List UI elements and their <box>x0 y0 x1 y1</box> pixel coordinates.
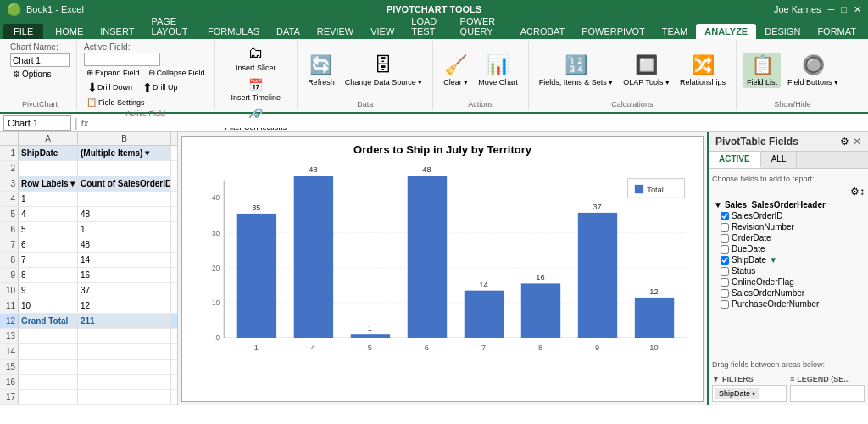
cell-a1[interactable]: ShipDate <box>19 146 78 160</box>
field-item-orderdate[interactable]: OrderDate <box>719 232 865 243</box>
field-buttons-button[interactable]: 🔘 Field Buttons ▾ <box>784 53 842 89</box>
table-row: 9 8 16 <box>0 268 177 283</box>
legend-drop-zone[interactable] <box>790 385 865 402</box>
cell-b6: 1 <box>78 222 171 237</box>
field-item-purchaseordernumber[interactable]: PurchaseOrderNumber <box>719 298 865 310</box>
tab-design[interactable]: DESIGN <box>756 24 809 39</box>
shipdate-filter-tag[interactable]: ShipDate ▾ <box>715 388 760 399</box>
chart-container[interactable]: Orders to Ship in July by Territory 0 10… <box>181 136 704 402</box>
cell-a11[interactable]: 10 <box>19 298 78 313</box>
formula-input[interactable] <box>92 118 865 128</box>
col-header-b[interactable]: B <box>78 132 171 145</box>
checkbox-duedate[interactable] <box>721 245 729 254</box>
bar-4 <box>294 176 333 338</box>
cell-a12[interactable]: Grand Total <box>19 314 78 328</box>
checkbox-revisionnumber[interactable] <box>721 223 729 232</box>
tab-insert[interactable]: INSERT <box>92 24 142 39</box>
tab-team[interactable]: TEAM <box>654 24 697 39</box>
field-sort-icon[interactable]: ↕ <box>860 186 865 198</box>
field-item-revisionnumber[interactable]: RevisionNumber <box>719 221 865 232</box>
drill-up-button[interactable]: ⬆ Drill Up <box>139 79 181 96</box>
tab-view[interactable]: VIEW <box>362 24 403 39</box>
panel-close-button[interactable]: ✕ <box>853 136 861 148</box>
checkbox-shipdate[interactable] <box>721 256 729 265</box>
drill-down-button[interactable]: ⬇ Drill Down <box>84 79 136 96</box>
close-btn[interactable]: ✕ <box>854 4 861 15</box>
field-item-status[interactable]: Status <box>719 265 865 276</box>
checkbox-orderdate[interactable] <box>721 234 729 243</box>
cell-b1[interactable]: (Multiple Items) ▾ <box>78 146 171 160</box>
checkbox-purchaseordernumber[interactable] <box>721 300 729 309</box>
drill-down-icon: ⬇ <box>87 81 97 94</box>
tab-data[interactable]: DATA <box>268 24 309 39</box>
svg-text:4: 4 <box>311 343 315 352</box>
tab-acrobat[interactable]: ACROBAT <box>512 24 573 39</box>
active-field-group-label: Active Field <box>126 108 166 118</box>
filter-funnel-icon: ▼ <box>769 255 777 265</box>
insert-timeline-button[interactable]: 📅 Insert Timeline <box>228 76 285 104</box>
col-header-a[interactable]: A <box>19 132 78 145</box>
cell-a8[interactable]: 7 <box>19 253 78 267</box>
collapse-field-button[interactable]: ⊖ Collapse Field <box>146 67 208 78</box>
active-field-input[interactable] <box>84 53 160 66</box>
checkbox-status[interactable] <box>721 267 729 276</box>
table-row: 15 <box>0 360 177 375</box>
chart-name-input[interactable] <box>10 53 70 67</box>
minimize-btn[interactable]: ─ <box>828 4 835 14</box>
tab-page-layout[interactable]: PAGE LAYOUT <box>142 14 199 39</box>
cell-b3[interactable]: Count of SalesOrderID <box>78 176 171 191</box>
tab-powerpivot[interactable]: POWERPIVOT <box>573 24 654 39</box>
cell-a10[interactable]: 9 <box>19 283 78 298</box>
cell-a7[interactable]: 6 <box>19 237 78 252</box>
field-item-onlineorderflag[interactable]: OnlineOrderFlag <box>719 276 865 287</box>
cell-a4[interactable]: 1 <box>19 192 78 206</box>
cell-a9[interactable]: 8 <box>19 268 78 282</box>
checkbox-onlineorderflag[interactable] <box>721 278 729 287</box>
filters-drop-zone[interactable]: ShipDate ▾ <box>712 385 787 402</box>
change-data-source-button[interactable]: 🗄 Change Data Source ▾ <box>342 53 426 89</box>
field-item-duedate[interactable]: DueDate <box>719 243 865 254</box>
cell-a5[interactable]: 4 <box>19 207 78 221</box>
tab-active[interactable]: ACTIVE <box>709 152 761 168</box>
tab-review[interactable]: REVIEW <box>309 24 362 39</box>
tab-power-query[interactable]: POWER QUERY <box>452 14 512 39</box>
pivotchart-bar-label: PIVOTCHART TOOLS <box>387 4 481 14</box>
olap-tools-button[interactable]: 🔲 OLAP Tools ▾ <box>620 53 673 89</box>
field-item-shipdate[interactable]: ShipDate ▼ <box>719 254 865 265</box>
name-box[interactable] <box>3 115 71 131</box>
cell-a6[interactable]: 5 <box>19 222 78 237</box>
field-list-button[interactable]: 📋 Field List <box>743 53 781 89</box>
cell-a3[interactable]: Row Labels ▾ <box>19 176 78 191</box>
checkbox-salesordernumber[interactable] <box>721 289 729 298</box>
restore-btn[interactable]: □ <box>841 4 847 14</box>
expand-field-button[interactable]: ⊕ Expand Field <box>84 67 142 78</box>
tab-home[interactable]: HOME <box>47 24 92 39</box>
move-chart-button[interactable]: 📊 Move Chart <box>475 53 521 89</box>
refresh-button[interactable]: 🔄 Refresh <box>304 53 338 89</box>
relationships-button[interactable]: 🔀 Relationships <box>676 53 729 89</box>
options-button[interactable]: ⚙ Options <box>10 69 53 80</box>
fields-items-button[interactable]: 🔢 Fields, Items & Sets ▾ <box>536 53 617 89</box>
panel-instruction: Choose fields to add to report: <box>712 172 865 186</box>
tab-formulas[interactable]: FORMULAS <box>199 24 268 39</box>
tab-all[interactable]: ALL <box>761 152 798 168</box>
field-settings-gear-icon[interactable]: ⚙ <box>850 186 860 198</box>
field-item-salesorderid[interactable]: SalesOrderID <box>719 210 865 221</box>
field-item-salesordernumber[interactable]: SalesOrderNumber <box>719 287 865 298</box>
table-row: 11 10 12 <box>0 298 177 314</box>
tab-analyze[interactable]: ANALYZE <box>696 24 756 39</box>
bar-8 <box>521 283 560 338</box>
user-label: Joe Karnes <box>774 4 821 14</box>
shipdate-dropdown-icon[interactable]: ▾ <box>752 390 755 398</box>
table-row: 7 6 48 <box>0 237 177 253</box>
field-settings-button[interactable]: 📋 Field Settings <box>84 97 147 108</box>
field-tree-root[interactable]: ▼ Sales_SalesOrderHeader <box>712 199 865 210</box>
insert-slicer-button[interactable]: 🗂 Insert Slicer <box>232 42 280 75</box>
tab-file[interactable]: FILE <box>3 24 43 39</box>
tab-format[interactable]: FORMAT <box>809 24 865 39</box>
checkbox-salesorderid[interactable] <box>721 212 729 220</box>
clear-button[interactable]: 🧹 Clear ▾ <box>440 53 471 89</box>
pivotchart-group-label: PivotChart <box>22 98 58 109</box>
panel-settings-icon[interactable]: ⚙ <box>840 136 849 148</box>
tab-load-test[interactable]: LOAD TEST <box>403 14 451 39</box>
